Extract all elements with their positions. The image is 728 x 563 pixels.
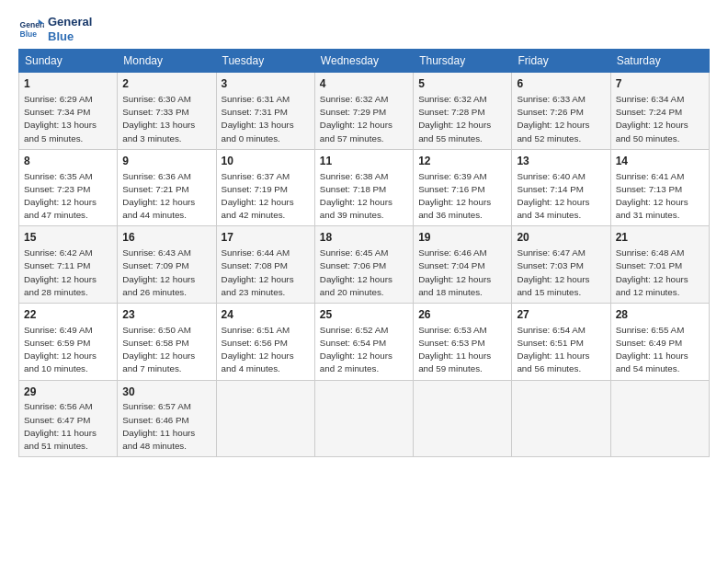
- day-detail: Sunrise: 6:32 AMSunset: 7:29 PMDaylight:…: [320, 93, 408, 145]
- header: General Blue General Blue: [18, 15, 710, 43]
- day-detail: Sunrise: 6:43 AMSunset: 7:09 PMDaylight:…: [122, 247, 210, 299]
- day-number: 4: [320, 76, 408, 92]
- calendar-cell: 14Sunrise: 6:41 AMSunset: 7:13 PMDayligh…: [610, 149, 709, 226]
- day-number: 23: [122, 307, 210, 323]
- day-number: 22: [24, 307, 112, 323]
- day-number: 9: [122, 154, 210, 169]
- col-header-monday: Monday: [118, 50, 216, 73]
- day-detail: Sunrise: 6:31 AMSunset: 7:31 PMDaylight:…: [222, 93, 310, 145]
- calendar-cell: 9Sunrise: 6:36 AMSunset: 7:21 PMDaylight…: [118, 149, 216, 226]
- day-number: 15: [24, 230, 112, 246]
- calendar-cell: 21Sunrise: 6:48 AMSunset: 7:01 PMDayligh…: [610, 226, 709, 304]
- day-detail: Sunrise: 6:29 AMSunset: 7:34 PMDaylight:…: [24, 93, 112, 145]
- calendar-cell: [314, 380, 413, 457]
- svg-text:Blue: Blue: [20, 29, 38, 38]
- calendar-cell: 24Sunrise: 6:51 AMSunset: 6:56 PMDayligh…: [216, 304, 314, 381]
- day-number: 13: [517, 154, 605, 169]
- calendar-cell: 13Sunrise: 6:40 AMSunset: 7:14 PMDayligh…: [512, 149, 610, 226]
- week-row-1: 1Sunrise: 6:29 AMSunset: 7:34 PMDaylight…: [19, 73, 710, 150]
- day-detail: Sunrise: 6:56 AMSunset: 6:47 PMDaylight:…: [24, 400, 112, 453]
- col-header-sunday: Sunday: [19, 50, 118, 73]
- week-row-4: 22Sunrise: 6:49 AMSunset: 6:59 PMDayligh…: [19, 304, 710, 381]
- day-detail: Sunrise: 6:48 AMSunset: 7:01 PMDaylight:…: [616, 247, 704, 299]
- calendar-header-row: SundayMondayTuesdayWednesdayThursdayFrid…: [19, 50, 710, 73]
- calendar-cell: 12Sunrise: 6:39 AMSunset: 7:16 PMDayligh…: [414, 149, 512, 226]
- day-detail: Sunrise: 6:35 AMSunset: 7:23 PMDaylight:…: [24, 170, 112, 223]
- calendar-cell: 5Sunrise: 6:32 AMSunset: 7:28 PMDaylight…: [414, 73, 512, 150]
- day-detail: Sunrise: 6:41 AMSunset: 7:13 PMDaylight:…: [616, 170, 704, 223]
- calendar-cell: 22Sunrise: 6:49 AMSunset: 6:59 PMDayligh…: [19, 304, 118, 381]
- day-detail: Sunrise: 6:50 AMSunset: 6:58 PMDaylight:…: [122, 324, 210, 376]
- calendar-cell: 2Sunrise: 6:30 AMSunset: 7:33 PMDaylight…: [118, 73, 216, 150]
- day-number: 29: [24, 385, 112, 400]
- day-detail: Sunrise: 6:47 AMSunset: 7:03 PMDaylight:…: [517, 247, 605, 299]
- day-detail: Sunrise: 6:49 AMSunset: 6:59 PMDaylight:…: [24, 324, 112, 376]
- calendar-cell: [512, 380, 610, 457]
- calendar-cell: [610, 380, 709, 457]
- calendar-cell: 18Sunrise: 6:45 AMSunset: 7:06 PMDayligh…: [314, 226, 413, 304]
- day-number: 7: [616, 76, 704, 92]
- calendar-cell: 3Sunrise: 6:31 AMSunset: 7:31 PMDaylight…: [216, 73, 314, 150]
- week-row-5: 29Sunrise: 6:56 AMSunset: 6:47 PMDayligh…: [19, 380, 710, 457]
- calendar-cell: 11Sunrise: 6:38 AMSunset: 7:18 PMDayligh…: [314, 149, 413, 226]
- day-detail: Sunrise: 6:32 AMSunset: 7:28 PMDaylight:…: [418, 93, 506, 145]
- day-number: 25: [320, 307, 408, 323]
- day-number: 11: [320, 154, 408, 169]
- calendar-cell: 29Sunrise: 6:56 AMSunset: 6:47 PMDayligh…: [19, 380, 118, 457]
- day-detail: Sunrise: 6:42 AMSunset: 7:11 PMDaylight:…: [24, 247, 112, 299]
- day-number: 18: [320, 230, 408, 246]
- calendar-cell: 7Sunrise: 6:34 AMSunset: 7:24 PMDaylight…: [610, 73, 709, 150]
- calendar-cell: 8Sunrise: 6:35 AMSunset: 7:23 PMDaylight…: [19, 149, 118, 226]
- calendar-cell: 30Sunrise: 6:57 AMSunset: 6:46 PMDayligh…: [118, 380, 216, 457]
- calendar-cell: 25Sunrise: 6:52 AMSunset: 6:54 PMDayligh…: [314, 304, 413, 381]
- logo-text-blue: Blue: [48, 29, 92, 44]
- day-number: 10: [222, 154, 310, 169]
- day-detail: Sunrise: 6:54 AMSunset: 6:51 PMDaylight:…: [517, 324, 605, 376]
- calendar-cell: 10Sunrise: 6:37 AMSunset: 7:19 PMDayligh…: [216, 149, 314, 226]
- day-number: 2: [122, 76, 210, 92]
- day-detail: Sunrise: 6:46 AMSunset: 7:04 PMDaylight:…: [418, 247, 506, 299]
- day-detail: Sunrise: 6:57 AMSunset: 6:46 PMDaylight:…: [122, 400, 210, 453]
- calendar-cell: 4Sunrise: 6:32 AMSunset: 7:29 PMDaylight…: [314, 73, 413, 150]
- calendar-cell: 27Sunrise: 6:54 AMSunset: 6:51 PMDayligh…: [512, 304, 610, 381]
- day-detail: Sunrise: 6:53 AMSunset: 6:53 PMDaylight:…: [418, 324, 506, 376]
- day-number: 14: [616, 154, 704, 169]
- day-detail: Sunrise: 6:51 AMSunset: 6:56 PMDaylight:…: [222, 324, 310, 376]
- logo-icon: General Blue: [18, 17, 44, 42]
- week-row-2: 8Sunrise: 6:35 AMSunset: 7:23 PMDaylight…: [19, 149, 710, 226]
- col-header-tuesday: Tuesday: [216, 50, 314, 73]
- day-number: 3: [222, 76, 310, 92]
- day-number: 27: [517, 307, 605, 323]
- day-number: 24: [222, 307, 310, 323]
- day-number: 16: [122, 230, 210, 246]
- calendar-cell: 6Sunrise: 6:33 AMSunset: 7:26 PMDaylight…: [512, 73, 610, 150]
- calendar-cell: 19Sunrise: 6:46 AMSunset: 7:04 PMDayligh…: [414, 226, 512, 304]
- calendar-cell: 23Sunrise: 6:50 AMSunset: 6:58 PMDayligh…: [118, 304, 216, 381]
- day-number: 21: [616, 230, 704, 246]
- day-detail: Sunrise: 6:39 AMSunset: 7:16 PMDaylight:…: [418, 170, 506, 223]
- day-detail: Sunrise: 6:38 AMSunset: 7:18 PMDaylight:…: [320, 170, 408, 223]
- day-detail: Sunrise: 6:44 AMSunset: 7:08 PMDaylight:…: [222, 247, 310, 299]
- col-header-saturday: Saturday: [610, 50, 709, 73]
- calendar-table: SundayMondayTuesdayWednesdayThursdayFrid…: [18, 49, 710, 457]
- day-number: 8: [24, 154, 112, 169]
- logo-text-general: General: [48, 15, 92, 29]
- day-detail: Sunrise: 6:36 AMSunset: 7:21 PMDaylight:…: [122, 170, 210, 223]
- calendar-cell: [414, 380, 512, 457]
- day-number: 1: [24, 76, 112, 92]
- calendar-cell: 15Sunrise: 6:42 AMSunset: 7:11 PMDayligh…: [19, 226, 118, 304]
- calendar-cell: 17Sunrise: 6:44 AMSunset: 7:08 PMDayligh…: [216, 226, 314, 304]
- day-number: 28: [616, 307, 704, 323]
- calendar-cell: 16Sunrise: 6:43 AMSunset: 7:09 PMDayligh…: [118, 226, 216, 304]
- calendar-cell: 1Sunrise: 6:29 AMSunset: 7:34 PMDaylight…: [19, 73, 118, 150]
- page: General Blue General Blue SundayMondayTu…: [0, 0, 728, 466]
- calendar-cell: 20Sunrise: 6:47 AMSunset: 7:03 PMDayligh…: [512, 226, 610, 304]
- calendar-cell: 26Sunrise: 6:53 AMSunset: 6:53 PMDayligh…: [414, 304, 512, 381]
- day-detail: Sunrise: 6:37 AMSunset: 7:19 PMDaylight:…: [222, 170, 310, 223]
- day-number: 5: [418, 76, 506, 92]
- calendar-cell: [216, 380, 314, 457]
- week-row-3: 15Sunrise: 6:42 AMSunset: 7:11 PMDayligh…: [19, 226, 710, 304]
- logo: General Blue General Blue: [18, 15, 92, 43]
- day-detail: Sunrise: 6:45 AMSunset: 7:06 PMDaylight:…: [320, 247, 408, 299]
- day-number: 26: [418, 307, 506, 323]
